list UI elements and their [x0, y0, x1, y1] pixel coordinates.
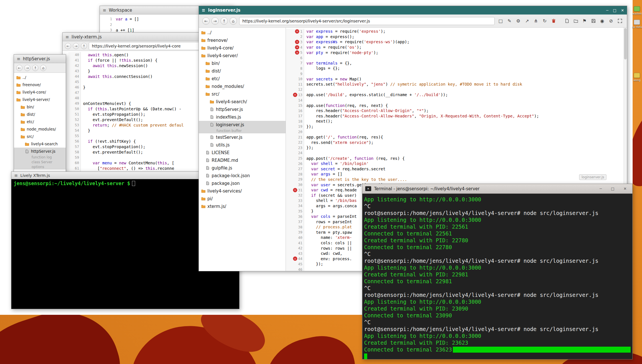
code-line-13[interactable]: ✕13app.use('/build', express.static(__di…: [286, 92, 627, 98]
tree-folder-lively4-core[interactable]: lively4-core/: [14, 88, 66, 96]
code-line-15[interactable]: 15app.use(function(req, res, next) {: [286, 103, 627, 108]
tree-subentry[interactable]: class Server: [14, 160, 66, 165]
terminal-output[interactable]: App listening to http://0.0.0.0:3000^Cro…: [362, 194, 632, 359]
tree-folder-freenove[interactable]: freenove/: [14, 81, 66, 88]
tree-folder-lively4-services[interactable]: lively4-services/: [199, 187, 286, 195]
tree-folder-xterm-js[interactable]: xterm.js/: [199, 202, 286, 210]
forward-button[interactable]: →: [24, 65, 30, 71]
tree-folder-etc[interactable]: etc/: [14, 118, 66, 125]
tree-folder-lively4-server[interactable]: lively4-server/: [14, 96, 66, 103]
trash-icon[interactable]: [550, 18, 557, 24]
settings-gears-icon[interactable]: ⚙: [515, 18, 522, 24]
checkbox-icon[interactable]: □: [497, 18, 504, 24]
menu-icon[interactable]: ≡: [202, 8, 205, 13]
code-line-21[interactable]: 21app.get('/', function(req, res){: [286, 135, 627, 140]
url-input[interactable]: [239, 17, 495, 25]
sitemap-icon[interactable]: ⋔: [532, 18, 540, 24]
tree-folder-lively4-search[interactable]: lively4-search: [14, 140, 66, 148]
menu-icon[interactable]: ≡: [17, 56, 20, 61]
code-line-24[interactable]: 24: [286, 150, 627, 156]
tree-folder-[interactable]: ../: [199, 29, 286, 36]
menu-icon[interactable]: ≡: [14, 173, 18, 178]
new-file-icon[interactable]: [563, 18, 571, 24]
code-line-28[interactable]: 28 var args = []: [286, 171, 627, 177]
back-button[interactable]: ←: [16, 65, 22, 71]
tree-file-package-json[interactable]: package.json: [199, 179, 286, 187]
block-icon[interactable]: ⊘: [607, 18, 615, 24]
tree-folder-bin[interactable]: bin/: [14, 103, 66, 111]
code-line-6[interactable]: 6: [286, 55, 627, 61]
code-line-12[interactable]: 12: [286, 87, 627, 92]
tree-folder-freenove[interactable]: freenove/: [199, 36, 286, 44]
up-button[interactable]: ↑: [32, 65, 38, 71]
tree-folder-lively4-core[interactable]: lively4-core/: [199, 44, 286, 52]
tree-file-gulpfile-js[interactable]: gulpfile.js: [199, 164, 286, 172]
code-line-11[interactable]: 11secrets.set("hellolively", "jens") // …: [286, 82, 627, 87]
tree-folder-src[interactable]: src/: [14, 133, 66, 140]
home-button[interactable]: ⌂: [230, 17, 237, 25]
tree-folder-src[interactable]: src/: [199, 90, 286, 98]
code-line-17[interactable]: 17 res.header("Access-Control-Allow-Head…: [286, 113, 627, 119]
tree-folder-[interactable]: ../: [14, 74, 66, 81]
tree-file-indexfiles-js[interactable]: indexfiles.js: [199, 113, 286, 121]
forward-button[interactable]: →: [211, 17, 219, 25]
back-button[interactable]: ←: [202, 17, 210, 25]
save-icon[interactable]: [590, 18, 597, 24]
minimize-button[interactable]: ─: [600, 187, 602, 191]
tree-folder-bin[interactable]: bin/: [199, 59, 286, 67]
flag-icon[interactable]: ⚑: [581, 18, 588, 24]
brush-icon[interactable]: ✎: [506, 18, 513, 24]
terminal-titlebar[interactable]: ✕ Terminal - jens@sensorpi: ~/lively4/li…: [362, 184, 632, 194]
forward-button[interactable]: →: [73, 43, 79, 49]
tree-file-readme-md[interactable]: README.md: [199, 156, 286, 164]
tree-subentry[interactable]: function log: [14, 155, 66, 160]
tree-subentry[interactable]: options: [14, 165, 66, 169]
code-line-16[interactable]: 16 res.header("Access-Control-Allow-Orig…: [286, 108, 627, 113]
up-button[interactable]: ↑: [81, 43, 87, 49]
desktop-icon[interactable]: up data: [632, 20, 642, 28]
tree-folder-dist[interactable]: dist/: [199, 67, 286, 75]
code-line-18[interactable]: 18 next();: [286, 119, 627, 124]
tree-file-utils-js[interactable]: utils.js: [199, 141, 286, 149]
tree-file-testserver-js[interactable]: testServer.js: [199, 133, 286, 141]
tree-folder-etc[interactable]: etc/: [199, 75, 286, 82]
eye-icon[interactable]: ◉: [598, 18, 606, 24]
loginserver-titlebar[interactable]: ≡ loginserver.js ─ □ ✕: [199, 6, 627, 15]
scrollbar-thumb[interactable]: [624, 28, 627, 59]
minimize-button[interactable]: ─: [606, 8, 608, 13]
back-button[interactable]: ←: [65, 43, 71, 49]
code-line-1[interactable]: ✕1var express = require('express');: [286, 29, 627, 34]
home-button[interactable]: ⌂: [40, 65, 46, 71]
desktop-icon[interactable]: wasted: [632, 6, 642, 15]
folder-icon[interactable]: [572, 18, 579, 24]
tree-folder-dist[interactable]: dist/: [14, 111, 66, 118]
tree-file-loginserver-js[interactable]: loginserver.js: [199, 121, 286, 129]
close-button[interactable]: ✕: [624, 187, 627, 191]
code-line-20[interactable]: 20: [286, 129, 627, 135]
code-line-9[interactable]: 9: [286, 71, 627, 76]
code-line-2[interactable]: 2var app = express();: [286, 34, 627, 40]
httpserver-titlebar[interactable]: ≡ httpServer.js: [14, 55, 66, 63]
open-external-icon[interactable]: ↗: [523, 18, 531, 24]
code-line-7[interactable]: 7var terminals = {},: [286, 61, 627, 66]
tree-folder-node-modules[interactable]: node_modules/: [199, 82, 286, 90]
code-line-8[interactable]: 8 logs = {};: [286, 66, 627, 71]
tree-file-httpserver-js[interactable]: httpServer.js: [14, 148, 66, 155]
code-line-5[interactable]: ✕5var pty = require('node-pty');: [286, 50, 627, 55]
close-button[interactable]: ✕: [621, 8, 624, 13]
code-line-3[interactable]: ✕3var expressWs = require('express-ws')(…: [286, 39, 627, 45]
tree-file-package-lock-json[interactable]: package-lock.json: [199, 172, 286, 179]
tree-subentry[interactable]: function buffer: [199, 129, 286, 133]
code-line-22[interactable]: 22 res.send("xterm service");: [286, 140, 627, 145]
code-line-23[interactable]: 23});: [286, 145, 627, 150]
code-line-19[interactable]: 19});: [286, 124, 627, 129]
desktop-icon[interactable]: along: [632, 73, 642, 82]
maximize-button[interactable]: □: [611, 187, 614, 191]
menu-icon[interactable]: ≡: [103, 8, 106, 13]
tree-file-license[interactable]: LICENSE: [199, 149, 286, 156]
tree-folder-lively4-server[interactable]: lively4-server/: [199, 52, 286, 59]
tree-folder-pi[interactable]: pi/: [199, 195, 286, 202]
code-line-14[interactable]: 14: [286, 98, 627, 103]
menu-icon[interactable]: ≡: [65, 34, 69, 40]
tree-folder-lively4-search[interactable]: lively4-search/: [199, 98, 286, 106]
